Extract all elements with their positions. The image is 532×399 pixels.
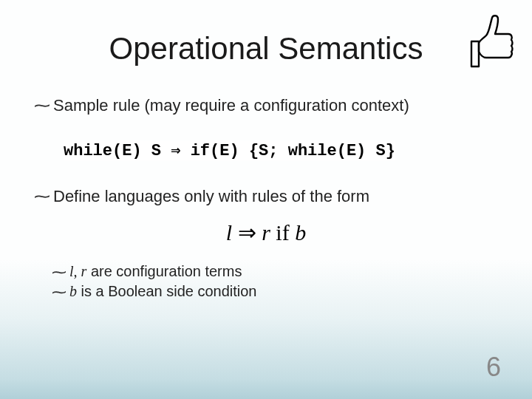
var-b: b (69, 283, 77, 299)
bullet-define-languages: ⁓ Define languages only with rules of th… (34, 187, 498, 206)
bullet-glyph-icon: ⁓ (52, 284, 66, 299)
formula-if: if (270, 220, 295, 245)
slide-title: Operational Semantics (0, 31, 532, 66)
text-rest: are configuration terms (86, 263, 242, 279)
bullet-sample-rule: ⁓ Sample rule (may require a configurati… (34, 96, 498, 115)
formula-b: b (295, 220, 306, 245)
bullet-text: b is a Boolean side condition (69, 283, 257, 300)
formula-l: l (226, 220, 232, 245)
bullet-glyph-icon: ⁓ (52, 265, 66, 279)
formula-arrow: ⇒ (232, 220, 262, 245)
page-number: 6 (486, 352, 501, 383)
while-rule-code: while(E) S ⇒ if(E) {S; while(E) S} (64, 140, 395, 160)
bullet-text: Define languages only with rules of the … (53, 187, 369, 206)
inference-formula: l ⇒ r if b (34, 219, 498, 245)
var-l-r: l, r (69, 263, 86, 279)
formula-r: r (262, 220, 270, 245)
bullet-glyph-icon: ⁓ (34, 188, 50, 205)
bullet-text: l, r are configuration terms (69, 263, 242, 280)
bullet-config-terms: ⁓ l, r are configuration terms (52, 263, 498, 280)
bullet-text: Sample rule (may require a configuration… (53, 96, 409, 115)
bullet-glyph-icon: ⁓ (34, 98, 50, 114)
bullet-boolean-cond: ⁓ b is a Boolean side condition (52, 283, 498, 300)
text-rest: is a Boolean side condition (77, 283, 257, 299)
slide-body: ⁓ Sample rule (may require a configurati… (34, 96, 498, 303)
slide: Operational Semantics ⁓ Sample rule (may… (0, 0, 532, 399)
